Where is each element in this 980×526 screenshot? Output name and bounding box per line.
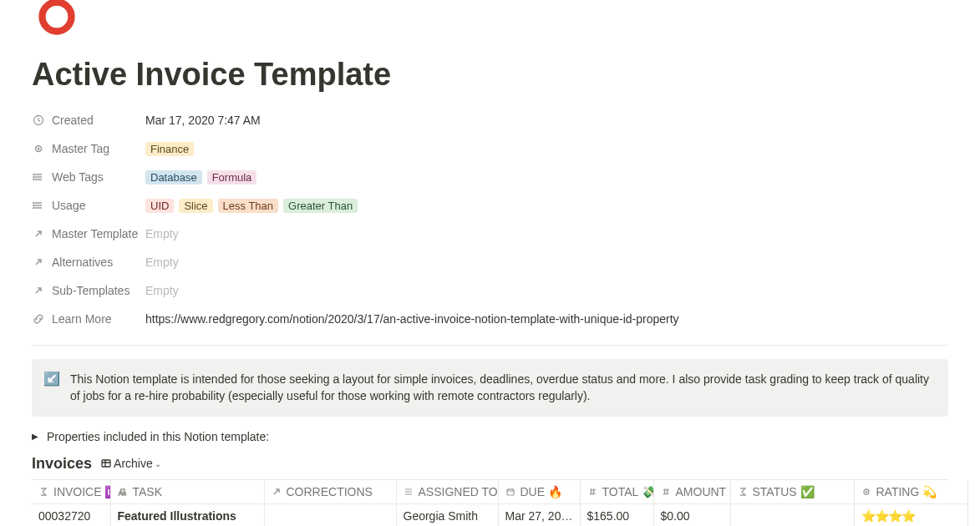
tag-formula[interactable]: Formula (207, 170, 257, 185)
tag-finance[interactable]: Finance (145, 142, 194, 156)
toggle-triangle-icon[interactable]: ▶ (32, 432, 38, 441)
tag-greaterthan[interactable]: Greater Than (283, 199, 358, 213)
property-value: Mar 17, 2020 7:47 AM (145, 114, 261, 127)
list-icon (32, 199, 45, 212)
cell-corrections[interactable] (264, 503, 396, 526)
link-icon (32, 312, 45, 326)
property-value[interactable]: https://www.redgregory.com/notion/2020/3… (145, 312, 679, 326)
relation-arrow-icon (32, 227, 45, 240)
svg-point-3 (38, 148, 40, 150)
divider (32, 345, 948, 346)
property-label: Learn More (52, 312, 112, 326)
cell-due[interactable]: Mar 27, 2020 (498, 503, 580, 526)
svg-point-7 (33, 202, 34, 203)
property-master-tag[interactable]: Master Tag Finance (32, 136, 948, 161)
callout-block[interactable]: ↙️ This Notion template is intended for … (32, 359, 948, 417)
table-row[interactable]: 00032720 Featured Illustrations Georgia … (32, 503, 967, 526)
tag-slice[interactable]: Slice (179, 199, 212, 213)
callout-text: This Notion template is intended for tho… (70, 371, 937, 405)
title-icon: Aa (118, 487, 128, 497)
column-total[interactable]: TOTAL 💸 (580, 480, 653, 504)
column-assigned-to[interactable]: ASSIGNED TO 👨‍🎨 (396, 480, 498, 504)
property-label: Usage (52, 199, 85, 212)
calendar-icon (505, 487, 515, 497)
column-due[interactable]: DUE 🔥 (498, 480, 580, 504)
tag-icon (32, 142, 45, 155)
tag-icon (861, 487, 871, 497)
column-amount-paid[interactable]: AMOUNT PA... (653, 480, 730, 504)
number-icon (661, 487, 671, 497)
svg-rect-12 (507, 489, 514, 495)
chevron-down-icon: ⌄ (155, 459, 161, 468)
property-label: Sub-Templates (52, 284, 129, 297)
cell-task[interactable]: Featured Illustrations (110, 503, 264, 526)
view-name: Archive (114, 457, 153, 470)
column-corrections[interactable]: CORRECTIONS (264, 480, 396, 504)
formula-icon (738, 487, 748, 497)
list-icon (404, 487, 414, 497)
cell-status[interactable] (730, 503, 854, 526)
svg-point-6 (33, 179, 34, 180)
property-value: Empty (145, 227, 179, 240)
property-learn-more[interactable]: Learn More https://www.redgregory.com/no… (32, 306, 948, 331)
property-alternatives[interactable]: Alternatives Empty (32, 250, 948, 275)
number-icon (587, 487, 597, 497)
invoices-table: INVOICE 🆔 AaTASK CORRECTIONS ASSIGNED TO… (32, 480, 968, 526)
svg-point-0 (43, 3, 72, 32)
column-invoice[interactable]: INVOICE 🆔 (32, 480, 110, 504)
property-created[interactable]: Created Mar 17, 2020 7:47 AM (32, 108, 948, 133)
property-master-template[interactable]: Master Template Empty (32, 221, 948, 246)
svg-point-14 (865, 490, 867, 493)
cell-assigned[interactable]: Georgia Smith (396, 503, 498, 526)
clock-icon (32, 114, 45, 127)
relation-arrow-icon (32, 255, 45, 269)
tag-lessthan[interactable]: Less Than (218, 199, 278, 213)
property-label: Created (52, 114, 94, 127)
cell-invoice[interactable]: 00032720 (32, 503, 110, 526)
column-task[interactable]: AaTASK (110, 480, 264, 504)
tag-database[interactable]: Database (145, 170, 202, 185)
callout-icon: ↙️ (43, 371, 60, 405)
property-label: Web Tags (52, 170, 104, 184)
view-switcher[interactable]: Archive ⌄ (100, 457, 161, 470)
relation-arrow-icon (32, 284, 45, 297)
list-icon (32, 170, 45, 184)
svg-point-8 (33, 205, 34, 205)
property-value: Empty (145, 284, 179, 297)
tag-uid[interactable]: UID (145, 199, 174, 213)
property-label: Master Tag (52, 142, 109, 155)
formula-icon (38, 487, 48, 497)
toggle-block[interactable]: ▶ Properties included in this Notion tem… (32, 430, 948, 443)
svg-point-5 (33, 176, 34, 177)
table-header-row: INVOICE 🆔 AaTASK CORRECTIONS ASSIGNED TO… (32, 480, 967, 504)
column-status[interactable]: STATUS ✅ (730, 480, 854, 504)
property-value: Empty (145, 255, 179, 269)
svg-point-4 (33, 174, 34, 174)
svg-point-9 (33, 207, 34, 208)
toggle-label: Properties included in this Notion templ… (47, 430, 269, 443)
property-web-tags[interactable]: Web Tags Database Formula (32, 164, 948, 190)
table-icon (100, 458, 112, 469)
svg-rect-10 (102, 460, 110, 467)
property-label: Master Template (52, 227, 138, 240)
page-logo (32, 0, 82, 42)
svg-text:Aa: Aa (119, 490, 126, 496)
property-sub-templates[interactable]: Sub-Templates Empty (32, 278, 948, 303)
cell-amount-paid[interactable]: $0.00 (653, 503, 730, 526)
properties-list: Created Mar 17, 2020 7:47 AM Master Tag … (32, 108, 948, 331)
property-label: Alternatives (52, 255, 113, 269)
cell-total[interactable]: $165.00 (580, 503, 653, 526)
page-title[interactable]: Active Invoice Template (32, 57, 948, 93)
column-rating[interactable]: RATING 💫 (854, 480, 967, 504)
database-title[interactable]: Invoices (32, 455, 92, 473)
relation-arrow-icon (272, 487, 282, 497)
property-usage[interactable]: Usage UID Slice Less Than Greater Than (32, 193, 948, 218)
cell-rating[interactable]: ⭐⭐⭐⭐ (854, 503, 967, 526)
